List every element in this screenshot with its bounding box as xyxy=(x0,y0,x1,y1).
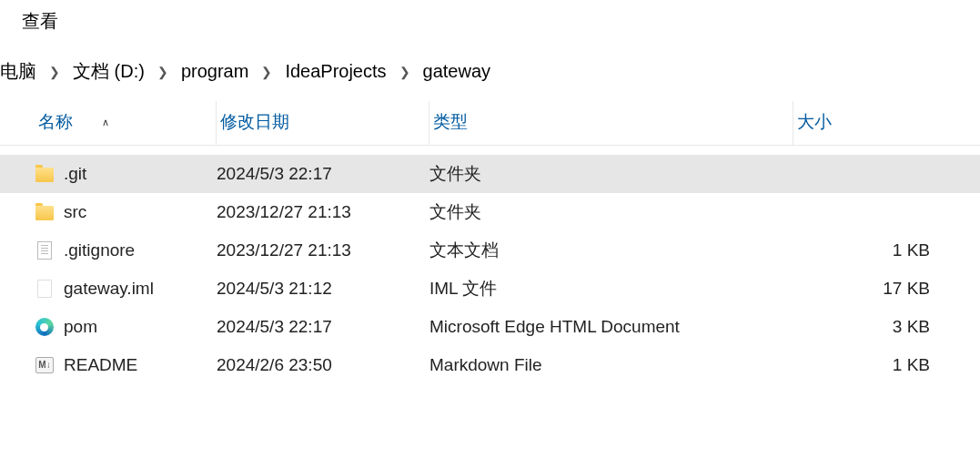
column-header-name[interactable]: 名称 ∧ xyxy=(35,101,217,145)
chevron-right-icon: ❯ xyxy=(150,65,176,79)
column-headers: 名称 ∧ 修改日期 类型 大小 xyxy=(0,100,980,146)
sort-ascending-icon: ∧ xyxy=(102,117,109,128)
file-date: 2023/12/27 21:13 xyxy=(217,240,429,260)
file-size: 17 KB xyxy=(793,279,941,299)
file-name: pom xyxy=(64,317,97,337)
chevron-right-icon: ❯ xyxy=(42,65,67,79)
menu-view[interactable]: 查看 xyxy=(22,9,58,34)
file-name-cell: .gitignore xyxy=(35,240,217,260)
file-name: src xyxy=(64,202,86,222)
file-date: 2024/2/6 23:50 xyxy=(217,355,429,375)
file-row[interactable]: M↓README2024/2/6 23:50Markdown File1 KB xyxy=(0,346,980,384)
file-type: 文本文档 xyxy=(429,239,793,262)
file-date: 2024/5/3 22:17 xyxy=(217,164,429,184)
file-row[interactable]: .gitignore2023/12/27 21:13文本文档1 KB xyxy=(0,231,980,270)
breadcrumb-item[interactable]: IdeaProjects xyxy=(279,61,391,82)
markdown-icon: M↓ xyxy=(35,355,55,375)
file-type: 文件夹 xyxy=(429,162,793,186)
file-date: 2024/5/3 22:17 xyxy=(217,317,429,337)
file-size: 3 KB xyxy=(793,317,941,337)
breadcrumb-item[interactable]: program xyxy=(176,61,254,82)
chevron-right-icon: ❯ xyxy=(254,65,279,79)
file-size: 1 KB xyxy=(793,240,941,260)
chevron-right-icon: ❯ xyxy=(392,65,418,79)
file-name: .git xyxy=(64,164,86,184)
file-row[interactable]: src2023/12/27 21:13文件夹 xyxy=(0,193,980,231)
file-icon xyxy=(35,279,55,299)
breadcrumb-item[interactable]: 电脑 xyxy=(0,59,42,84)
menu-bar: 查看 xyxy=(0,0,980,43)
file-type: IML 文件 xyxy=(429,277,793,301)
file-name: .gitignore xyxy=(64,240,135,260)
file-name-cell: src xyxy=(35,202,217,222)
file-name-cell: gateway.iml xyxy=(35,279,217,299)
file-date: 2023/12/27 21:13 xyxy=(217,202,429,222)
file-row[interactable]: .git2024/5/3 22:17文件夹 xyxy=(0,155,980,193)
breadcrumb-item[interactable]: 文档 (D:) xyxy=(67,59,150,84)
folder-icon xyxy=(35,202,55,222)
column-header-label: 名称 xyxy=(38,110,73,134)
file-list: .git2024/5/3 22:17文件夹src2023/12/27 21:13… xyxy=(0,146,980,384)
column-header-date[interactable]: 修改日期 xyxy=(217,101,429,145)
file-type: Markdown File xyxy=(429,355,793,375)
text-file-icon xyxy=(35,240,55,260)
file-row[interactable]: pom2024/5/3 22:17Microsoft Edge HTML Doc… xyxy=(0,308,980,346)
folder-icon xyxy=(35,164,55,184)
file-name: README xyxy=(64,355,137,375)
column-header-size[interactable]: 大小 xyxy=(793,101,941,145)
file-row[interactable]: gateway.iml2024/5/3 21:12IML 文件17 KB xyxy=(0,270,980,308)
file-date: 2024/5/3 21:12 xyxy=(217,279,429,299)
file-type: 文件夹 xyxy=(429,200,793,224)
file-name: gateway.iml xyxy=(64,279,154,299)
edge-browser-icon xyxy=(35,317,55,337)
file-name-cell: pom xyxy=(35,317,217,337)
file-size: 1 KB xyxy=(793,355,941,375)
file-name-cell: .git xyxy=(35,164,217,184)
column-header-type[interactable]: 类型 xyxy=(429,101,793,145)
file-name-cell: M↓README xyxy=(35,355,217,375)
breadcrumb-item[interactable]: gateway xyxy=(418,61,497,82)
breadcrumb: 电脑 ❯ 文档 (D:) ❯ program ❯ IdeaProjects ❯ … xyxy=(0,43,980,100)
file-type: Microsoft Edge HTML Document xyxy=(429,317,793,337)
